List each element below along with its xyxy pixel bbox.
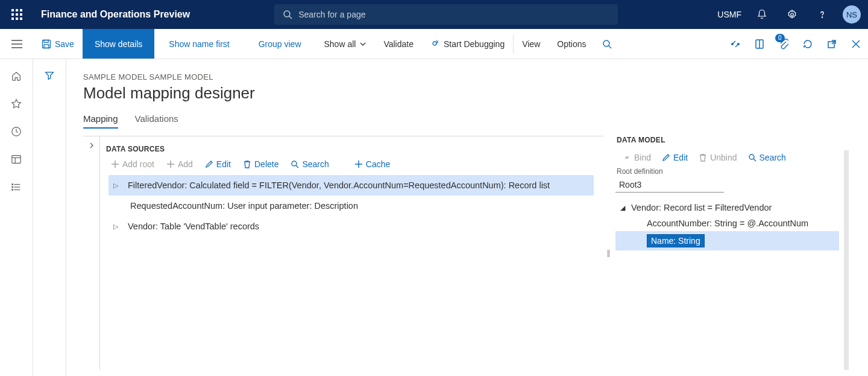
search-button[interactable]: Search [291,159,329,169]
workspace-icon [11,154,22,165]
svg-point-0 [284,11,290,17]
search-icon [291,160,299,168]
dm-row-name[interactable]: Name: String [615,231,839,250]
company-selector[interactable]: USMF [717,10,741,19]
svg-point-33 [292,161,297,166]
content: SAMPLE MODEL SAMPLE MODEL Model mapping … [66,59,868,376]
connector-button[interactable] [723,29,747,59]
svg-rect-9 [44,45,49,48]
add-button[interactable]: Add [166,159,193,169]
ds-row-requestedaccountnum[interactable]: RequestedAccountNum: User input paramete… [108,196,594,216]
attachments-badge: 0 [775,34,785,42]
close-button[interactable] [844,29,868,59]
filter-icon [44,70,55,81]
notifications-button[interactable] [752,5,772,24]
plus-icon [354,160,363,168]
root-definition-label: Root definition [615,167,839,176]
group-view-button[interactable]: Group view [244,29,316,59]
save-icon [42,39,51,49]
search-icon [748,153,756,162]
edit-button[interactable]: Edit [205,159,231,169]
svg-point-28 [12,190,13,191]
list-icon [11,182,22,193]
save-button[interactable]: Save [33,29,83,59]
view-menu[interactable]: View [514,29,549,59]
hamburger-icon [11,40,22,48]
filter-pane [33,59,66,376]
svg-line-38 [753,159,756,161]
show-name-first-button[interactable]: Show name first [154,29,244,59]
show-details-button[interactable]: Show details [83,29,154,59]
start-debugging-button[interactable]: Start Debugging [422,29,513,59]
collapse-icon[interactable]: ◢ [620,204,625,212]
svg-point-27 [12,186,13,188]
svg-point-14 [738,43,739,44]
tab-mapping[interactable]: Mapping [83,113,118,129]
favorites-nav[interactable] [10,98,22,110]
dm-row-vendor[interactable]: ◢ Vendor: Record list = FilteredVendor [615,200,839,215]
workspaces-nav[interactable] [10,153,22,165]
workspace: DATA SOURCES Add root Add Edit [83,136,851,370]
show-all-dropdown[interactable]: Show all [316,29,376,59]
user-avatar[interactable]: NS [843,5,861,24]
root-definition-field[interactable]: Root3 [615,177,724,193]
page-title: Model mapping designer [83,84,851,103]
cache-button[interactable]: Cache [354,159,390,169]
breadcrumb: SAMPLE MODEL SAMPLE MODEL [83,72,851,81]
data-sources-panel: DATA SOURCES Add root Add Edit [100,136,603,370]
svg-line-34 [296,165,298,168]
svg-rect-20 [12,156,20,164]
trash-icon [243,160,251,168]
popout-icon [827,39,837,49]
validate-button[interactable]: Validate [375,29,422,59]
dm-name-selected: Name: String [647,234,705,247]
dm-edit-button[interactable]: Edit [662,153,688,162]
unbind-button[interactable]: Unbind [699,153,737,162]
ds-row-vendor[interactable]: ▷ Vendor: Table 'VendTable' records [108,216,594,237]
nav-toggle[interactable] [0,29,33,59]
data-model-panel: DATA MODEL Bind Edit Unbind [613,136,851,370]
topnav-right: USMF NS [717,5,861,24]
delete-button[interactable]: Delete [243,159,278,169]
settings-button[interactable] [782,5,802,24]
svg-point-37 [749,155,754,159]
splitter[interactable]: || [603,136,613,370]
refresh-button[interactable] [796,29,820,59]
waffle-icon [11,9,22,20]
options-menu[interactable]: Options [549,29,594,59]
recent-nav[interactable] [10,126,22,138]
dm-search-button[interactable]: Search [748,153,786,162]
popout-button[interactable] [820,29,844,59]
filter-button[interactable] [44,70,55,376]
expand-icon[interactable]: ▷ [113,220,119,233]
office-addin-button[interactable] [747,29,772,59]
global-search-input[interactable] [298,10,609,19]
tab-validations[interactable]: Validations [135,113,178,129]
add-root-button[interactable]: Add root [111,159,154,169]
office-icon [755,39,764,49]
find-button[interactable] [595,29,619,59]
help-button[interactable] [813,5,832,24]
modules-nav[interactable] [10,181,22,193]
command-bar: Save Show details Show name first Group … [0,29,868,59]
svg-point-13 [732,43,733,44]
app-launcher[interactable] [7,5,27,24]
gear-icon [787,9,797,20]
global-search[interactable] [274,4,618,25]
help-icon [817,9,828,20]
home-nav[interactable] [10,70,22,82]
data-sources-heading: DATA SOURCES [106,145,594,153]
star-icon [11,98,22,109]
svg-point-3 [822,17,822,18]
tabs: Mapping Validations [83,113,851,129]
data-sources-tree: ▷ FilteredVendor: Calculated field = FIL… [106,175,594,237]
collapse-left-panel[interactable] [83,136,100,370]
bind-button[interactable]: Bind [623,153,651,162]
home-icon [11,71,22,81]
dm-row-accountnumber[interactable]: AccountNumber: String = @.AccountNum [615,215,839,231]
attachments-button[interactable]: 0 [772,29,796,59]
save-label: Save [55,39,74,49]
expand-icon[interactable]: ▷ [113,179,119,192]
data-model-heading: DATA MODEL [615,136,849,144]
ds-row-filteredvendor[interactable]: ▷ FilteredVendor: Calculated field = FIL… [108,175,594,196]
